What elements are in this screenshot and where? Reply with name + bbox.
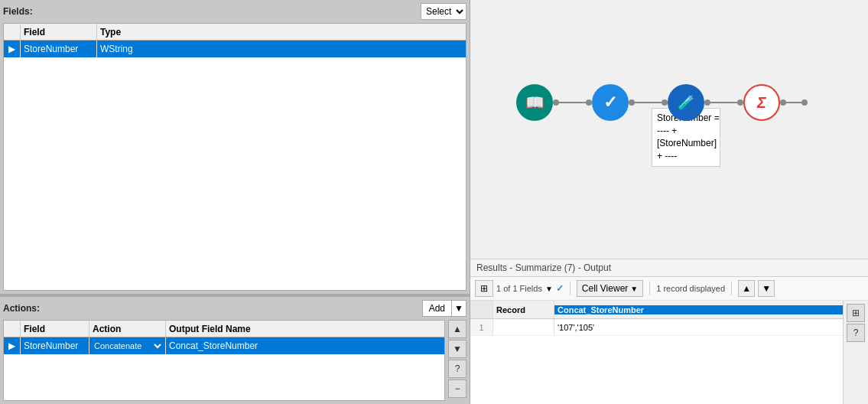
results-header: Results - Summarize (7) - Output: [470, 259, 868, 277]
fields-table: Field Type ▶ StoreNumber WString: [3, 23, 467, 291]
select-dropdown[interactable]: Select: [421, 3, 467, 20]
fields-dropdown-arrow[interactable]: ▼: [545, 285, 553, 293]
action-col-arrow-header: [4, 321, 21, 337]
action-row[interactable]: ▶ StoreNumber Concatenate Concat_StoreNu…: [4, 337, 444, 354]
formula-node[interactable]: 🧪 StoreNumber = ---- + [StoreNumber] + -…: [668, 84, 704, 121]
input-node[interactable]: 📖: [516, 84, 553, 121]
minus-icon: −: [454, 383, 460, 394]
results-question-button[interactable]: ?: [847, 324, 865, 342]
check-icon: ✓: [603, 93, 617, 112]
col-type-header: Type: [97, 27, 466, 37]
input-node-circle: 📖: [516, 84, 553, 121]
side-buttons: ▲ ▼ ? −: [445, 320, 467, 401]
question-icon: ?: [455, 363, 460, 374]
connector-dot: [553, 99, 559, 106]
results-row-concat: '107','105': [554, 323, 843, 332]
results-side-buttons: ⊞ ?: [843, 301, 868, 404]
arrow-up-icon: ▲: [453, 324, 462, 334]
action-row-arrow: ▶: [4, 337, 21, 354]
results-grid-button[interactable]: ⊞: [847, 304, 865, 322]
question-button[interactable]: ?: [448, 360, 467, 378]
filter-node[interactable]: ✓: [592, 84, 629, 121]
results-col-concat-header: Concat_StoreNumber: [554, 305, 843, 314]
results-col-record-header: Record: [493, 301, 554, 318]
connector-dot5: [704, 99, 710, 106]
add-dropdown-button[interactable]: ▼: [452, 301, 466, 316]
connector-line2: [635, 102, 662, 103]
toolbar-divider3: [731, 282, 732, 295]
actions-label: Actions:: [3, 303, 40, 314]
actions-table-header: Field Action Output Field Name: [4, 321, 444, 337]
summarize-node[interactable]: Σ: [743, 84, 780, 121]
connector-line: [559, 102, 586, 103]
workflow: 📖 ✓: [516, 84, 808, 121]
remove-button[interactable]: −: [448, 380, 467, 398]
grid-icon: ⊞: [480, 283, 488, 294]
action-col-output-header: Output Field Name: [166, 324, 444, 334]
col-field-header: Field: [21, 24, 97, 40]
book-icon: 📖: [525, 93, 545, 112]
results-question-icon: ?: [853, 327, 859, 338]
connector-line3: [710, 102, 737, 103]
table-header-row: Field Type: [4, 24, 466, 41]
node-label-line3: [StoreNumber]: [657, 137, 715, 150]
action-col-action-header: Action: [89, 321, 166, 337]
connector-dot3: [629, 99, 635, 106]
connector-2: [629, 99, 668, 106]
action-col-field-header: Field: [21, 321, 89, 337]
actions-table-wrapper: Field Action Output Field Name ▶ StoreNu…: [3, 320, 467, 401]
row-arrow-icon: ▶: [4, 41, 21, 57]
connector-3: [704, 99, 743, 106]
action-row-output: Concat_StoreNumber: [166, 340, 444, 351]
filter-node-circle: ✓: [592, 84, 629, 121]
cell-viewer-button[interactable]: Cell Viewer ▼: [577, 280, 643, 297]
results-col-num-header: [470, 301, 493, 318]
nav-down-button[interactable]: ▼: [758, 280, 775, 297]
select-select[interactable]: Select: [421, 4, 466, 19]
actions-header: Actions: Add ▼: [3, 300, 467, 317]
cell-viewer-label: Cell Viewer: [582, 283, 628, 294]
results-title: Results - Summarize (7) - Output: [476, 262, 611, 273]
connector-dot4: [662, 99, 668, 106]
toolbar-divider2: [649, 282, 650, 295]
row-type-value: WString: [97, 44, 466, 54]
node-label-line2: ---- +: [657, 125, 715, 138]
nav-up-icon: ▲: [742, 283, 751, 294]
move-up-button[interactable]: ▲: [448, 320, 467, 338]
results-table-row[interactable]: 1 '107','105': [470, 319, 843, 336]
results-row-record: [493, 319, 554, 335]
chevron-down-icon: ▼: [454, 303, 463, 314]
actions-section: Actions: Add ▼ Field Action Output Field…: [0, 297, 470, 404]
flask-icon: 🧪: [678, 94, 694, 111]
row-field-value: StoreNumber: [21, 41, 97, 57]
records-info: 1 record displayed: [656, 284, 725, 293]
move-down-button[interactable]: ▼: [448, 340, 467, 358]
connector-line4: [786, 102, 801, 103]
connector-dot2: [586, 99, 592, 106]
fields-label: Fields:: [3, 6, 33, 17]
fields-info: 1 of 1 Fields: [496, 284, 542, 293]
add-button[interactable]: Add: [423, 301, 452, 316]
cell-viewer-arrow: ▼: [630, 285, 638, 293]
col-arrow-header: [4, 24, 21, 40]
action-row-field: StoreNumber: [21, 337, 89, 354]
nav-up-button[interactable]: ▲: [738, 280, 755, 297]
action-row-action[interactable]: Concatenate: [89, 337, 166, 354]
results-content: Record Concat_StoreNumber 1 '107','105' …: [470, 301, 868, 404]
canvas-area: 📖 ✓: [470, 0, 868, 259]
table-row[interactable]: ▶ StoreNumber WString: [4, 41, 466, 57]
right-panel: 📖 ✓: [470, 0, 868, 404]
grid-icon-button[interactable]: ⊞: [475, 280, 493, 297]
fields-section: Fields: Select Field Type ▶ StoreNumber …: [0, 0, 470, 294]
sigma-icon: Σ: [757, 94, 766, 112]
summarize-node-circle: Σ: [743, 84, 780, 121]
action-type-select[interactable]: Concatenate: [91, 339, 164, 353]
add-btn-group[interactable]: Add ▼: [422, 300, 467, 317]
results-panel: Results - Summarize (7) - Output ⊞ 1 of …: [470, 259, 868, 404]
toolbar-divider: [570, 282, 571, 295]
connector-dot7: [780, 99, 786, 106]
nav-down-icon: ▼: [762, 283, 771, 294]
connector-dot8: [801, 99, 808, 106]
results-grid-icon: ⊞: [852, 308, 860, 318]
results-row-num: 1: [470, 319, 493, 335]
